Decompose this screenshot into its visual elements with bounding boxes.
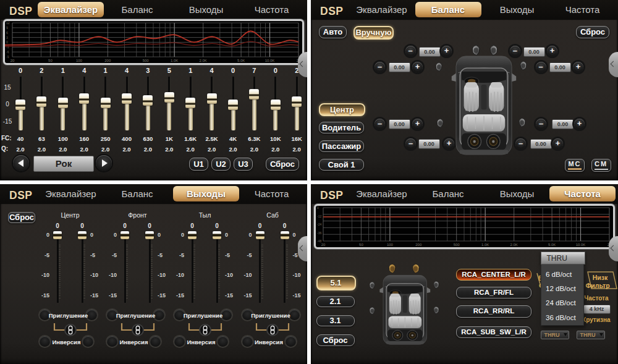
- svg-text:5.0K: 5.0K: [548, 243, 556, 247]
- svg-text:2.0K: 2.0K: [200, 59, 207, 62]
- svg-text:1.0K: 1.0K: [171, 59, 178, 62]
- svg-text:-24: -24: [317, 222, 321, 226]
- svg-text:10.0K: 10.0K: [265, 59, 275, 62]
- svg-text:500: 500: [143, 59, 150, 62]
- svg-text:500: 500: [454, 243, 460, 247]
- svg-text:-36: -36: [317, 231, 321, 235]
- svg-text:1.0K: 1.0K: [481, 243, 489, 247]
- svg-text:9: 9: [6, 26, 8, 30]
- svg-text:-6: -6: [6, 50, 9, 54]
- svg-text:10.0K: 10.0K: [576, 243, 586, 247]
- svg-text:100: 100: [76, 59, 83, 62]
- svg-text:3: 3: [6, 36, 8, 40]
- svg-text:20: 20: [321, 243, 326, 247]
- svg-text:-3: -3: [6, 45, 9, 49]
- svg-text:20: 20: [11, 59, 15, 62]
- svg-text:2.0K: 2.0K: [510, 243, 518, 247]
- svg-text:6: 6: [6, 31, 8, 35]
- svg-text:12: 12: [6, 21, 10, 25]
- svg-text:-12: -12: [317, 214, 321, 218]
- svg-text:200: 200: [104, 59, 111, 62]
- svg-text:5.0K: 5.0K: [237, 59, 245, 62]
- svg-text:0: 0: [317, 206, 319, 210]
- svg-text:50: 50: [48, 59, 53, 62]
- svg-text:200: 200: [415, 243, 422, 247]
- svg-text:50: 50: [359, 243, 363, 247]
- svg-text:-9: -9: [6, 55, 9, 59]
- svg-text:100: 100: [387, 243, 394, 247]
- svg-text:0: 0: [6, 40, 8, 44]
